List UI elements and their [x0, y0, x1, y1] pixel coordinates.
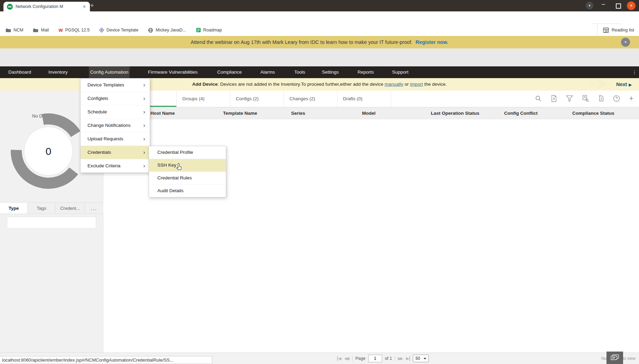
nav-reports[interactable]: Reports	[358, 66, 374, 78]
chevron-right-icon: ›	[143, 146, 145, 159]
menu-configlets[interactable]: Configlets›	[81, 92, 150, 105]
next-page-button[interactable]: ▶▶	[398, 356, 403, 361]
export-pdf-icon[interactable]	[551, 95, 557, 102]
col-model[interactable]: Model	[362, 108, 376, 119]
filter-funnel-icon[interactable]	[566, 95, 573, 102]
app-header: Network Configuration Manager License wi…	[0, 48, 639, 66]
menu-upload-requests[interactable]: Upload Requests›	[81, 132, 150, 146]
feedback-button[interactable]	[606, 352, 623, 364]
tab-groups[interactable]: Groups (4)	[177, 91, 230, 107]
folder-icon	[6, 28, 11, 32]
chevron-right-icon: ›	[143, 92, 145, 105]
chevron-right-icon: ›	[143, 105, 145, 119]
nav-settings[interactable]: Settings	[322, 66, 339, 78]
table-toolbar-icons: +	[535, 95, 633, 102]
submenu-credential-rules[interactable]: Credential Rules	[149, 172, 226, 185]
first-page-button[interactable]: ◀	[337, 356, 341, 361]
folder-icon	[33, 28, 38, 32]
browser-tab-title: Network Configuration M	[16, 4, 80, 9]
sidebar-tab-type[interactable]: Type	[0, 203, 28, 214]
tab-close-icon[interactable]: ×	[82, 4, 86, 9]
bookmark-pgsql[interactable]: W PGSQL 12.5	[58, 28, 90, 33]
nav-tools[interactable]: Tools	[294, 66, 305, 78]
import-link[interactable]: import	[410, 82, 423, 87]
donut-count: 0	[46, 146, 52, 157]
window-minimize-button[interactable]: –	[602, 1, 605, 8]
next-button[interactable]: Next▶	[616, 78, 632, 91]
roadmap-icon	[196, 28, 201, 32]
col-compliance-status[interactable]: Compliance Status	[572, 108, 614, 119]
col-host-name[interactable]: Host Name	[150, 108, 175, 119]
bookmark-device-template[interactable]: Device Template	[99, 28, 138, 32]
window-close-button[interactable]: ×	[627, 1, 636, 10]
nav-overflow-icon[interactable]: ⋮	[632, 66, 637, 78]
window-restore-button[interactable]	[616, 3, 621, 9]
bookmark-folder-mail[interactable]: Mail	[33, 28, 49, 32]
page-size-select[interactable]: 50	[413, 355, 429, 362]
last-page-button[interactable]: ▶	[406, 356, 410, 361]
nav-alarms[interactable]: Alarms	[260, 66, 275, 78]
submenu-audit-details[interactable]: Audit Details	[149, 185, 226, 197]
browser-toolbar: ← → ↻ localhost:8060/apiclient/ember/ind…	[0, 11, 639, 24]
reading-list-button[interactable]: Reading list	[597, 24, 634, 36]
diamond-icon	[99, 28, 104, 32]
sidebar-tab-credentials[interactable]: Credent...	[56, 203, 85, 214]
window-menu-icon[interactable]: ▼	[586, 2, 593, 9]
add-device-icon[interactable]: +	[629, 95, 633, 102]
col-last-operation-status[interactable]: Last Operation Status	[431, 108, 479, 119]
webinar-banner-text: Attend the webinar on Aug 17th with Mark…	[191, 39, 413, 45]
chevron-right-icon: ›	[143, 159, 145, 172]
new-tab-button[interactable]: +	[88, 2, 96, 10]
tab-drafts[interactable]: Drafts (0)	[337, 91, 391, 107]
audit-report-icon[interactable]	[582, 95, 589, 102]
tab-changes[interactable]: Changes (2)	[284, 91, 337, 107]
menu-change-notifications[interactable]: Change Notifications›	[81, 119, 150, 132]
webinar-banner: Attend the webinar on Aug 17th with Mark…	[0, 36, 639, 48]
nav-compliance[interactable]: Compliance	[217, 66, 242, 78]
divider	[352, 356, 353, 361]
feedback-chat-icon	[611, 354, 619, 361]
chevron-right-icon: ›	[143, 132, 145, 146]
help-icon[interactable]	[613, 95, 620, 102]
register-now-link[interactable]: Register now.	[416, 39, 448, 45]
manageengine-favicon-icon: ME	[7, 4, 13, 10]
device-table-header: Host Name Template Name Series Model Las…	[103, 107, 639, 119]
col-series[interactable]: Series	[291, 108, 305, 119]
menu-schedule[interactable]: Schedule›	[81, 105, 150, 119]
select-caret-icon	[424, 358, 426, 360]
menu-device-templates[interactable]: Device Templates›	[81, 78, 150, 92]
nav-firmware-vulnerabilities[interactable]: Firmware Vulnerabilities	[148, 66, 198, 78]
banner-close-icon[interactable]: ×	[621, 38, 630, 47]
tab-configs[interactable]: Configs (2)	[230, 91, 284, 107]
search-icon[interactable]	[535, 95, 542, 102]
bookmark-mickey-javad[interactable]: Mickey JavaD...	[148, 28, 186, 33]
column-customize-icon[interactable]	[598, 95, 604, 102]
add-manually-link[interactable]: manually	[385, 82, 403, 87]
credentials-submenu: Credential Profile SSH Key Credential Ru…	[149, 146, 226, 197]
menu-credentials[interactable]: Credentials›	[81, 146, 150, 159]
nav-config-automation[interactable]: Config Automation	[89, 66, 130, 78]
bookmark-roadmap[interactable]: Roadmap	[196, 28, 222, 32]
sidebar-tab-tags[interactable]: Tags	[28, 203, 56, 214]
sidebar-filter-input[interactable]	[7, 217, 96, 228]
bookmarks-bar: NCM Mail W PGSQL 12.5 Device Template Mi…	[0, 24, 639, 36]
menu-exclude-criteria[interactable]: Exclude Criteria›	[81, 159, 150, 172]
page-number-input[interactable]	[368, 355, 382, 362]
content-tab-bar: Groups (4) Configs (2) Changes (2) Draft…	[103, 91, 639, 107]
browser-tab[interactable]: ME Network Configuration M ×	[3, 2, 90, 11]
col-config-conflict[interactable]: Config Conflict	[504, 108, 538, 119]
col-template-name[interactable]: Template Name	[223, 108, 257, 119]
sidebar-tab-more[interactable]: ...	[85, 203, 103, 214]
config-automation-menu: Device Templates› Configlets› Schedule› …	[80, 78, 150, 173]
nav-support[interactable]: Support	[392, 66, 408, 78]
prev-page-button[interactable]: ◀◀	[344, 356, 349, 361]
globe-icon	[148, 28, 153, 33]
divider	[395, 356, 395, 361]
submenu-credential-profile[interactable]: Credential Profile	[149, 146, 226, 159]
submenu-ssh-key[interactable]: SSH Key	[149, 159, 226, 172]
screen: ME Network Configuration M × + ▼ – × ← →…	[0, 0, 639, 364]
nav-dashboard[interactable]: Dashboard	[8, 66, 31, 78]
browser-tab-strip: ME Network Configuration M × + ▼ – ×	[0, 0, 639, 11]
bookmark-folder-ncm[interactable]: NCM	[6, 28, 23, 32]
nav-inventory[interactable]: Inventory	[48, 66, 68, 78]
